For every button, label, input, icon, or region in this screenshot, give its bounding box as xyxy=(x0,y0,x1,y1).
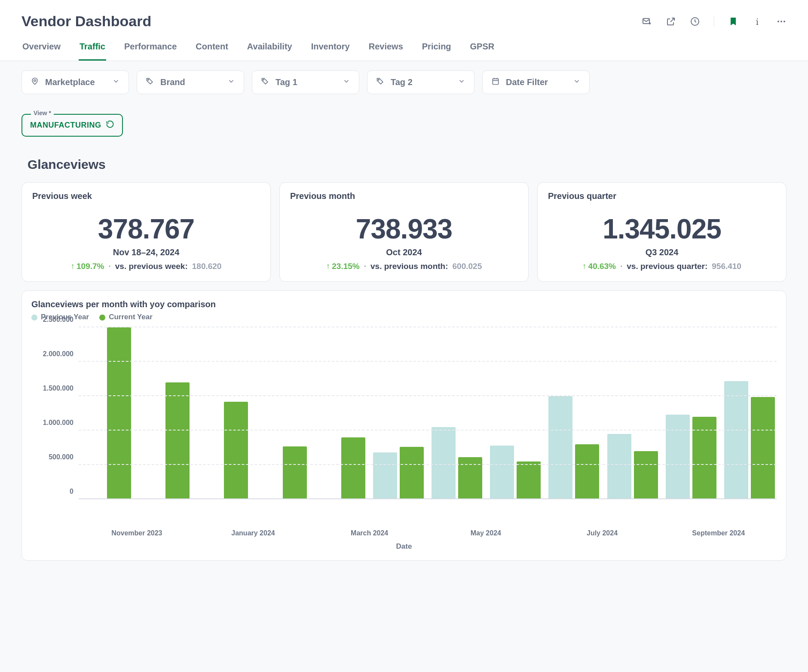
bar-curr-year xyxy=(165,382,190,499)
tab-bar: Overview Traffic Performance Content Ava… xyxy=(21,42,787,61)
svg-point-8 xyxy=(263,79,264,80)
card-prev-quarter: Previous quarter 1.345.025 Q3 2024 ↑40.6… xyxy=(537,182,787,282)
tag-icon xyxy=(376,77,385,88)
filter-bar: Marketplace Brand Tag 1 Tag 2 Date Filte… xyxy=(0,61,808,137)
bar-curr-year xyxy=(575,444,599,499)
arrow-up-icon: ↑ xyxy=(71,262,75,271)
y-tick-label: 2.000.000 xyxy=(43,350,73,358)
y-tick-label: 0 xyxy=(70,488,73,495)
bar-prev-year xyxy=(607,434,631,499)
bar-curr-year xyxy=(634,451,658,499)
tag2-label: Tag 2 xyxy=(391,77,413,87)
date-filter-label: Date Filter xyxy=(506,77,548,87)
view-field: View * MANUFACTURING xyxy=(21,114,123,137)
brand-label: Brand xyxy=(160,77,185,87)
chevron-down-icon xyxy=(573,77,581,87)
bar-group xyxy=(196,327,250,499)
card-delta: ↑40.63% · vs. previous quarter: 956.410 xyxy=(548,262,776,271)
svg-point-5 xyxy=(784,21,785,22)
tab-reviews[interactable]: Reviews xyxy=(368,42,404,61)
delta-pct: 109.7% xyxy=(77,262,104,271)
y-tick-label: 1.000.000 xyxy=(43,419,73,427)
x-tick-label: July 2024 xyxy=(544,529,661,537)
svg-point-3 xyxy=(777,21,779,22)
bar-group xyxy=(79,327,133,499)
bookmark-icon[interactable] xyxy=(728,16,738,27)
section-title: Glanceviews xyxy=(28,157,787,172)
bar-curr-year xyxy=(107,327,131,499)
grid-line xyxy=(79,395,777,396)
dot-sep: · xyxy=(620,262,622,271)
x-tick-label: January 2024 xyxy=(195,529,312,537)
bar-group xyxy=(137,327,191,499)
chart-plot xyxy=(79,327,777,499)
date-filter-select[interactable]: Date Filter xyxy=(482,70,590,94)
chevron-down-icon xyxy=(458,77,465,87)
bar-prev-year xyxy=(373,452,397,499)
y-axis: 0500.0001.000.0001.500.0002.000.0002.500… xyxy=(31,327,79,499)
y-tick-label: 500.000 xyxy=(49,453,73,461)
bar-curr-year xyxy=(692,417,716,499)
chart-area: 0500.0001.000.0001.500.0002.000.0002.500… xyxy=(31,327,777,525)
tab-performance[interactable]: Performance xyxy=(123,42,178,61)
compare-text: vs. previous week: xyxy=(115,262,188,271)
dot-sep: · xyxy=(364,262,366,271)
card-label: Previous quarter xyxy=(548,191,776,201)
x-tick-label: May 2024 xyxy=(428,529,544,537)
tag1-select[interactable]: Tag 1 xyxy=(252,70,359,94)
view-button[interactable]: MANUFACTURING xyxy=(21,114,123,137)
bar-curr-year xyxy=(400,447,424,499)
calendar-icon xyxy=(491,77,500,88)
more-icon[interactable] xyxy=(776,16,787,27)
bar-curr-year xyxy=(283,446,307,499)
x-axis: November 2023January 2024March 2024May 2… xyxy=(79,529,777,537)
tab-inventory[interactable]: Inventory xyxy=(310,42,351,61)
page-title: Vendor Dashboard xyxy=(21,13,151,30)
toolbar-separator xyxy=(714,16,714,27)
tab-content[interactable]: Content xyxy=(195,42,229,61)
x-tick-label: September 2024 xyxy=(660,529,777,537)
tab-gpsr[interactable]: GPSR xyxy=(469,42,496,61)
tab-pricing[interactable]: Pricing xyxy=(421,42,452,61)
grid-line xyxy=(79,361,777,362)
y-tick-label: 1.500.000 xyxy=(43,385,73,392)
marketplace-select[interactable]: Marketplace xyxy=(21,70,129,94)
bar-curr-year xyxy=(751,397,775,499)
legend-swatch-curr xyxy=(99,315,105,321)
chevron-down-icon xyxy=(343,77,350,87)
svg-point-7 xyxy=(148,79,149,80)
mail-plus-icon[interactable] xyxy=(642,16,652,27)
card-period: Q3 2024 xyxy=(548,247,776,257)
card-prev-month: Previous month 738.933 Oct 2024 ↑23.15% … xyxy=(279,182,529,282)
arrow-up-icon: ↑ xyxy=(582,262,587,271)
tag1-label: Tag 1 xyxy=(275,77,297,87)
tab-availability[interactable]: Availability xyxy=(246,42,293,61)
legend-curr-label: Current Year xyxy=(109,313,153,321)
open-external-icon[interactable] xyxy=(666,16,676,27)
arrow-up-icon: ↑ xyxy=(326,262,331,271)
tab-traffic[interactable]: Traffic xyxy=(79,42,106,61)
history-icon[interactable] xyxy=(690,16,700,27)
info-icon[interactable] xyxy=(752,16,762,27)
prev-value: 180.620 xyxy=(192,262,222,271)
bar-group xyxy=(254,327,309,499)
bar-group xyxy=(371,327,425,499)
card-period: Nov 18–24, 2024 xyxy=(32,247,260,257)
bar-curr-year xyxy=(224,402,248,499)
refresh-icon xyxy=(106,120,114,131)
card-period: Oct 2024 xyxy=(290,247,518,257)
svg-point-2 xyxy=(757,18,758,19)
chevron-down-icon xyxy=(112,77,120,87)
tag2-select[interactable]: Tag 2 xyxy=(367,70,474,94)
tag-icon xyxy=(146,77,154,88)
bar-group xyxy=(430,327,484,499)
bar-prev-year xyxy=(432,427,456,499)
brand-select[interactable]: Brand xyxy=(137,70,244,94)
baseline xyxy=(79,498,777,499)
bar-group xyxy=(488,327,542,499)
grid-line xyxy=(79,327,777,327)
bar-group xyxy=(606,327,660,499)
svg-point-6 xyxy=(34,79,36,81)
prev-value: 600.025 xyxy=(453,262,482,271)
tab-overview[interactable]: Overview xyxy=(21,42,61,61)
